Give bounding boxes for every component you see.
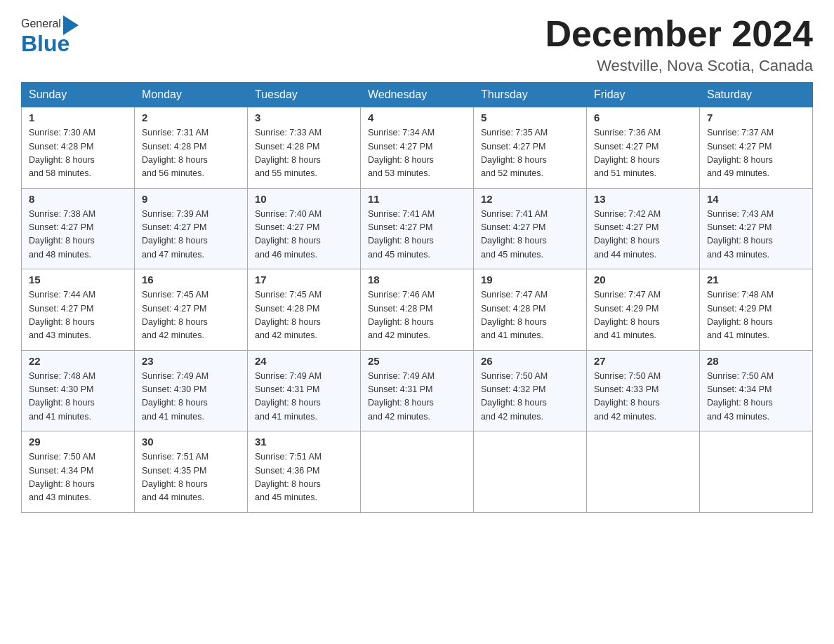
calendar-week-row: 1Sunrise: 7:30 AMSunset: 4:28 PMDaylight… [22,107,813,189]
table-row [587,431,700,513]
table-row: 1Sunrise: 7:30 AMSunset: 4:28 PMDaylight… [22,107,135,189]
day-info: Sunrise: 7:38 AMSunset: 4:27 PMDaylight:… [29,208,127,262]
table-row: 29Sunrise: 7:50 AMSunset: 4:34 PMDayligh… [22,431,135,513]
day-info: Sunrise: 7:45 AMSunset: 4:27 PMDaylight:… [142,288,240,343]
col-wednesday: Wednesday [361,83,474,107]
table-row [361,431,474,513]
day-info: Sunrise: 7:39 AMSunset: 4:27 PMDaylight:… [142,208,240,262]
day-info: Sunrise: 7:49 AMSunset: 4:31 PMDaylight:… [255,370,353,424]
day-info: Sunrise: 7:36 AMSunset: 4:27 PMDaylight:… [594,126,692,181]
day-number: 19 [481,274,579,286]
day-number: 16 [142,274,240,286]
logo-arrow-icon [63,15,79,35]
table-row: 27Sunrise: 7:50 AMSunset: 4:33 PMDayligh… [587,350,700,431]
col-monday: Monday [135,83,248,107]
day-number: 11 [368,193,466,205]
col-friday: Friday [587,83,700,107]
day-number: 29 [29,436,127,448]
day-number: 9 [142,193,240,205]
table-row: 21Sunrise: 7:48 AMSunset: 4:29 PMDayligh… [700,269,813,351]
day-info: Sunrise: 7:49 AMSunset: 4:30 PMDaylight:… [142,370,240,424]
day-number: 24 [255,355,353,367]
calendar-week-row: 29Sunrise: 7:50 AMSunset: 4:34 PMDayligh… [22,431,813,513]
day-info: Sunrise: 7:50 AMSunset: 4:34 PMDaylight:… [707,370,805,424]
table-row: 13Sunrise: 7:42 AMSunset: 4:27 PMDayligh… [587,188,700,269]
day-number: 20 [594,274,692,286]
day-info: Sunrise: 7:51 AMSunset: 4:35 PMDaylight:… [142,450,240,505]
table-row: 2Sunrise: 7:31 AMSunset: 4:28 PMDaylight… [135,107,248,189]
day-number: 31 [255,436,353,448]
day-number: 28 [707,355,805,367]
day-info: Sunrise: 7:33 AMSunset: 4:28 PMDaylight:… [255,126,353,181]
table-row [700,431,813,513]
day-number: 25 [368,355,466,367]
day-info: Sunrise: 7:46 AMSunset: 4:28 PMDaylight:… [368,288,466,343]
day-number: 23 [142,355,240,367]
day-info: Sunrise: 7:42 AMSunset: 4:27 PMDaylight:… [594,208,692,262]
day-number: 13 [594,193,692,205]
day-number: 22 [29,355,127,367]
svg-marker-0 [63,15,79,35]
day-number: 3 [255,112,353,123]
day-number: 14 [707,193,805,205]
day-number: 1 [29,112,127,123]
month-title: December 2024 [545,14,813,54]
table-row: 10Sunrise: 7:40 AMSunset: 4:27 PMDayligh… [248,188,361,269]
day-number: 18 [368,274,466,286]
day-number: 2 [142,112,240,123]
table-row: 31Sunrise: 7:51 AMSunset: 4:36 PMDayligh… [248,431,361,513]
day-info: Sunrise: 7:47 AMSunset: 4:29 PMDaylight:… [594,288,692,343]
table-row: 7Sunrise: 7:37 AMSunset: 4:27 PMDaylight… [700,107,813,189]
table-row: 22Sunrise: 7:48 AMSunset: 4:30 PMDayligh… [22,350,135,431]
day-number: 10 [255,193,353,205]
day-info: Sunrise: 7:30 AMSunset: 4:28 PMDaylight:… [29,126,127,181]
day-info: Sunrise: 7:41 AMSunset: 4:27 PMDaylight:… [368,208,466,262]
col-thursday: Thursday [474,83,587,107]
title-section: December 2024 Westville, Nova Scotia, Ca… [545,14,813,75]
day-info: Sunrise: 7:41 AMSunset: 4:27 PMDaylight:… [481,208,579,262]
table-row: 14Sunrise: 7:43 AMSunset: 4:27 PMDayligh… [700,188,813,269]
table-row: 25Sunrise: 7:49 AMSunset: 4:31 PMDayligh… [361,350,474,431]
day-info: Sunrise: 7:50 AMSunset: 4:32 PMDaylight:… [481,370,579,424]
day-number: 21 [707,274,805,286]
logo: General Blue [21,14,79,55]
calendar-header-row: Sunday Monday Tuesday Wednesday Thursday… [22,83,813,107]
table-row: 19Sunrise: 7:47 AMSunset: 4:28 PMDayligh… [474,269,587,351]
table-row: 3Sunrise: 7:33 AMSunset: 4:28 PMDaylight… [248,107,361,189]
col-tuesday: Tuesday [248,83,361,107]
calendar-week-row: 22Sunrise: 7:48 AMSunset: 4:30 PMDayligh… [22,350,813,431]
day-info: Sunrise: 7:48 AMSunset: 4:29 PMDaylight:… [707,288,805,343]
day-number: 12 [481,193,579,205]
day-number: 17 [255,274,353,286]
day-number: 5 [481,112,579,123]
table-row: 17Sunrise: 7:45 AMSunset: 4:28 PMDayligh… [248,269,361,351]
calendar-week-row: 15Sunrise: 7:44 AMSunset: 4:27 PMDayligh… [22,269,813,351]
table-row: 11Sunrise: 7:41 AMSunset: 4:27 PMDayligh… [361,188,474,269]
page-header: General Blue December 2024 Westville, No… [21,14,813,75]
col-sunday: Sunday [22,83,135,107]
table-row: 24Sunrise: 7:49 AMSunset: 4:31 PMDayligh… [248,350,361,431]
table-row: 26Sunrise: 7:50 AMSunset: 4:32 PMDayligh… [474,350,587,431]
day-info: Sunrise: 7:49 AMSunset: 4:31 PMDaylight:… [368,370,466,424]
day-number: 6 [594,112,692,123]
day-number: 4 [368,112,466,123]
table-row: 15Sunrise: 7:44 AMSunset: 4:27 PMDayligh… [22,269,135,351]
day-number: 8 [29,193,127,205]
location-subtitle: Westville, Nova Scotia, Canada [545,57,813,75]
day-info: Sunrise: 7:43 AMSunset: 4:27 PMDaylight:… [707,208,805,262]
day-info: Sunrise: 7:51 AMSunset: 4:36 PMDaylight:… [255,450,353,505]
day-info: Sunrise: 7:47 AMSunset: 4:28 PMDaylight:… [481,288,579,343]
calendar-week-row: 8Sunrise: 7:38 AMSunset: 4:27 PMDaylight… [22,188,813,269]
day-number: 15 [29,274,127,286]
day-info: Sunrise: 7:31 AMSunset: 4:28 PMDaylight:… [142,126,240,181]
day-number: 30 [142,436,240,448]
logo-general-text: General [21,18,61,29]
day-info: Sunrise: 7:40 AMSunset: 4:27 PMDaylight:… [255,208,353,262]
table-row: 30Sunrise: 7:51 AMSunset: 4:35 PMDayligh… [135,431,248,513]
day-info: Sunrise: 7:48 AMSunset: 4:30 PMDaylight:… [29,370,127,424]
table-row: 23Sunrise: 7:49 AMSunset: 4:30 PMDayligh… [135,350,248,431]
table-row: 6Sunrise: 7:36 AMSunset: 4:27 PMDaylight… [587,107,700,189]
day-info: Sunrise: 7:44 AMSunset: 4:27 PMDaylight:… [29,288,127,343]
table-row [474,431,587,513]
table-row: 8Sunrise: 7:38 AMSunset: 4:27 PMDaylight… [22,188,135,269]
